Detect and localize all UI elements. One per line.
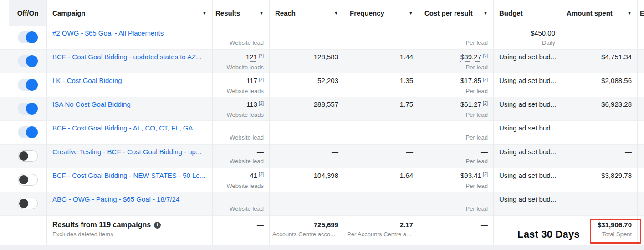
row-gutter [0, 50, 9, 73]
reach-cell: 288,557 [270, 97, 344, 120]
table-row: BCF - Cost Goal Bidding - AL, CO, CT, FL… [0, 121, 644, 145]
header-gutter [0, 0, 9, 26]
results-cell: —Website lead [213, 145, 270, 168]
sort-arrow-icon[interactable]: ▼ [199, 10, 207, 16]
ends-cell [638, 97, 644, 120]
frequency-cell: — [344, 192, 419, 215]
last-30-days-annotation: Last 30 Days [517, 229, 580, 240]
reach-cell: 104,398 [270, 168, 344, 192]
reach-cell: 52,203 [270, 73, 344, 97]
ends-cell [638, 192, 644, 215]
toggle-knob [19, 199, 28, 208]
column-header-ends[interactable]: Ends [638, 0, 644, 26]
results-cell: —Website lead [213, 121, 270, 144]
table-row: Creative Testing - BCF - Cost Goal Biddi… [0, 145, 644, 168]
campaign-cell: LK - Cost Goal Bidding [47, 73, 213, 97]
campaign-toggle[interactable] [18, 31, 38, 43]
toggle-knob [26, 79, 38, 91]
off-on-label: Off/On [17, 9, 39, 17]
amount-spent-cell: $4,751.34 [561, 50, 638, 73]
sort-arrow-icon[interactable]: ▼ [406, 10, 413, 16]
sort-arrow-icon[interactable]: ▼ [480, 10, 488, 16]
budget-cell: Using ad set bud... [494, 145, 561, 168]
toggle-cell [9, 145, 47, 168]
campaign-toggle[interactable] [18, 79, 38, 91]
campaign-link[interactable]: BCF - Cost Goal Bidding - updated states… [52, 52, 208, 62]
column-header-campaign[interactable]: Campaign▼ [47, 0, 213, 26]
campaign-link[interactable]: ABO - OWG - Pacing - $65 Goal - 18/7/24 [52, 194, 208, 204]
campaign-link[interactable]: Creative Testing - BCF - Cost Goal Biddi… [52, 147, 208, 157]
info-icon[interactable]: i [154, 222, 161, 229]
campaign-toggle[interactable] [18, 103, 38, 115]
ends-cell [638, 26, 644, 49]
cost-per-result-cell: —Per lead [419, 192, 494, 215]
results-cell: 117[2]Website leads [213, 73, 270, 97]
campaign-toggle[interactable] [18, 198, 38, 209]
campaign-cell: BCF - Cost Goal Bidding - updated states… [47, 50, 213, 73]
ends-cell [638, 168, 644, 192]
sort-arrow-icon[interactable]: ▼ [624, 10, 632, 16]
frequency-cell: 1.64 [344, 168, 419, 192]
ends-cell [638, 50, 644, 73]
cost-per-result-cell: —Per lead [419, 145, 494, 168]
toggle-cell [9, 97, 47, 120]
cost-per-result-cell: $93.41[2]Per lead [419, 168, 494, 192]
campaign-toggle[interactable] [18, 174, 38, 186]
toggle-knob [26, 126, 38, 138]
campaign-link[interactable]: LK - Cost Goal Bidding [52, 76, 208, 86]
amount-spent-cell: — [561, 121, 638, 144]
column-header-cost-per-result[interactable]: Cost per result▼ [419, 0, 494, 26]
footer-subtitle: Excludes deleted items [52, 230, 207, 239]
footnote-ref: [2] [483, 77, 488, 82]
cost-per-result-cell: —Per lead [419, 121, 494, 144]
column-header-amount-spent[interactable]: Amount spent▼ [561, 0, 638, 26]
footer-title: Results from 119 campaigns [52, 220, 151, 230]
column-header-frequency[interactable]: Frequency▼ [344, 0, 419, 26]
ends-cell [638, 73, 644, 97]
campaign-link[interactable]: BCF - Cost Goal Bidding - NEW STATES - 5… [52, 171, 208, 181]
cost-per-result-cell: —Per lead [419, 26, 494, 49]
campaign-toggle[interactable] [18, 126, 38, 138]
campaign-toggle[interactable] [18, 150, 38, 162]
footnote-ref: [2] [483, 53, 488, 58]
budget-cell: Using ad set bud... [494, 73, 561, 97]
amount-spent-cell: $3,829.78 [561, 168, 638, 192]
reach-cell: — [270, 121, 344, 144]
column-header-results[interactable]: Results▼ [213, 0, 270, 26]
ends-cell [638, 121, 644, 144]
row-gutter [0, 121, 9, 144]
row-gutter [0, 26, 9, 49]
campaign-link[interactable]: ISA No Cost Goal Bidding [52, 99, 208, 109]
campaign-toggle[interactable] [18, 55, 38, 67]
reach-cell: — [270, 192, 344, 215]
campaign-link[interactable]: #2 OWG - $65 Goal - All Placements [52, 28, 208, 38]
frequency-cell: — [344, 26, 419, 49]
results-cell: —Website lead [213, 192, 270, 215]
footer-summary-cell: Results from 119 campaignsi Excludes del… [47, 216, 213, 245]
campaign-cell: BCF - Cost Goal Bidding - AL, CO, CT, FL… [47, 121, 213, 144]
table-row: #2 OWG - $65 Goal - All Placements —Webs… [0, 26, 644, 50]
reach-cell: — [270, 26, 344, 49]
results-cell: 113[2]Website leads [213, 97, 270, 120]
sort-arrow-icon[interactable]: ▼ [256, 10, 264, 16]
budget-cell: Using ad set bud... [494, 168, 561, 192]
toggle-knob [19, 175, 28, 184]
campaign-link[interactable]: BCF - Cost Goal Bidding - AL, CO, CT, FL… [52, 123, 208, 133]
column-header-reach[interactable]: Reach▼ [270, 0, 344, 26]
campaign-cell: ISA No Cost Goal Bidding [47, 97, 213, 120]
budget-cell: Using ad set bud... [494, 192, 561, 215]
footer-frequency-cell: 2.17Per Accounts Centre a... [344, 216, 419, 245]
toggle-knob [19, 151, 28, 161]
toggle-cell [9, 121, 47, 144]
amount-spent-cell: $2,088.56 [561, 73, 638, 97]
column-header-budget[interactable]: Budget [494, 0, 561, 26]
frequency-cell: — [344, 145, 419, 168]
toggle-knob [26, 103, 38, 115]
footnote-ref: [2] [259, 53, 264, 58]
amount-spent-cell: — [561, 145, 638, 168]
campaign-cell: BCF - Cost Goal Bidding - NEW STATES - 5… [47, 168, 213, 192]
results-cell: 121[2]Website leads [213, 50, 270, 73]
budget-cell: $450.00Daily [494, 26, 561, 49]
sort-arrow-icon[interactable]: ▼ [331, 10, 338, 16]
results-cell: 41[2]Website leads [213, 168, 270, 192]
